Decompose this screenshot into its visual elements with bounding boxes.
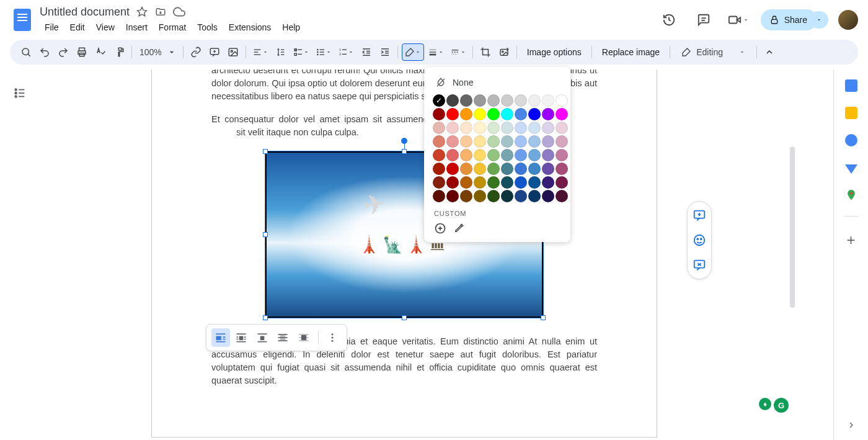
color-swatch[interactable]	[474, 135, 486, 148]
contacts-app-icon[interactable]	[845, 161, 857, 174]
resize-handle-bl[interactable]	[263, 315, 268, 320]
eyedropper-icon[interactable]	[453, 222, 465, 235]
paint-format-icon[interactable]	[110, 43, 128, 61]
color-swatch[interactable]	[474, 122, 486, 134]
redo-icon[interactable]	[55, 43, 72, 61]
wrap-text-button[interactable]	[232, 328, 251, 347]
color-swatch[interactable]	[501, 94, 513, 107]
color-swatch[interactable]	[515, 94, 527, 107]
color-swatch[interactable]	[460, 122, 472, 134]
color-swatch[interactable]	[542, 94, 554, 107]
color-swatch[interactable]	[528, 122, 541, 134]
color-swatch[interactable]	[433, 163, 445, 175]
color-swatch[interactable]	[556, 135, 568, 148]
color-swatch[interactable]	[460, 190, 472, 202]
color-swatch[interactable]	[433, 190, 445, 202]
resize-handle-t[interactable]	[402, 149, 407, 154]
star-icon[interactable]	[136, 6, 148, 18]
color-swatch[interactable]	[528, 108, 541, 120]
maps-app-icon[interactable]	[845, 189, 857, 201]
calendar-app-icon[interactable]	[845, 79, 857, 92]
wrap-inline-button[interactable]	[211, 328, 230, 347]
add-custom-color-icon[interactable]	[434, 222, 446, 235]
insert-comment-icon[interactable]	[206, 43, 223, 61]
color-swatch[interactable]	[528, 149, 541, 161]
color-swatch[interactable]	[515, 122, 527, 134]
line-spacing-dropdown[interactable]	[272, 43, 290, 61]
color-swatch[interactable]	[542, 122, 554, 134]
color-swatch[interactable]	[528, 176, 541, 189]
color-swatch[interactable]	[515, 108, 527, 120]
menu-help[interactable]: Help	[277, 20, 305, 35]
color-swatch[interactable]	[446, 122, 459, 134]
resize-handle-l[interactable]	[263, 232, 268, 237]
color-swatch[interactable]	[515, 163, 527, 175]
print-icon[interactable]	[73, 43, 91, 61]
color-swatch[interactable]	[556, 108, 568, 120]
scrollbar[interactable]	[790, 146, 795, 308]
keep-app-icon[interactable]	[845, 107, 857, 119]
color-none-option[interactable]: None	[433, 73, 562, 94]
color-swatch[interactable]	[528, 190, 541, 202]
increase-indent-icon[interactable]	[376, 43, 394, 61]
menu-file[interactable]: File	[40, 20, 64, 35]
color-swatch[interactable]	[501, 122, 513, 134]
menu-tools[interactable]: Tools	[192, 20, 223, 35]
docs-logo[interactable]	[10, 7, 35, 32]
decrease-indent-icon[interactable]	[358, 43, 375, 61]
color-swatch[interactable]	[501, 190, 513, 202]
color-swatch[interactable]	[433, 149, 445, 161]
color-swatch[interactable]	[501, 108, 513, 120]
color-swatch[interactable]	[487, 190, 500, 202]
color-swatch[interactable]	[487, 94, 500, 107]
wrap-front-button[interactable]	[294, 328, 313, 347]
color-swatch[interactable]	[542, 176, 554, 189]
comments-icon[interactable]	[691, 7, 716, 32]
color-swatch[interactable]	[446, 108, 459, 120]
color-swatch[interactable]	[460, 149, 472, 161]
color-swatch[interactable]: ✓	[433, 94, 445, 107]
color-swatch[interactable]	[556, 176, 568, 189]
color-swatch[interactable]	[542, 135, 554, 148]
color-swatch[interactable]	[474, 149, 486, 161]
document-title[interactable]: Untitled document	[40, 6, 130, 19]
cloud-status-icon[interactable]	[173, 6, 185, 18]
color-swatch[interactable]	[542, 149, 554, 161]
color-swatch[interactable]	[474, 94, 486, 107]
zoom-dropdown[interactable]: 100%	[136, 43, 179, 61]
border-weight-dropdown[interactable]	[425, 43, 446, 61]
color-swatch[interactable]	[487, 122, 500, 134]
resize-handle-br[interactable]	[541, 315, 546, 320]
menu-view[interactable]: View	[91, 20, 120, 35]
color-swatch[interactable]	[446, 163, 459, 175]
numbered-list-dropdown[interactable]: 12	[335, 43, 356, 61]
color-swatch[interactable]	[501, 176, 513, 189]
grammarly-icon[interactable]: G	[774, 398, 789, 413]
color-swatch[interactable]	[487, 149, 500, 161]
wrap-break-button[interactable]	[253, 328, 272, 347]
color-swatch[interactable]	[487, 135, 500, 148]
color-swatch[interactable]	[501, 135, 513, 148]
move-icon[interactable]	[154, 6, 167, 18]
outline-icon[interactable]	[9, 82, 31, 104]
color-swatch[interactable]	[474, 190, 486, 202]
account-avatar[interactable]	[838, 10, 858, 30]
color-swatch[interactable]	[528, 94, 541, 107]
menu-extensions[interactable]: Extensions	[224, 20, 276, 35]
badge-icon[interactable]: ♦	[759, 398, 771, 410]
color-swatch[interactable]	[446, 190, 459, 202]
border-color-dropdown[interactable]	[402, 43, 424, 61]
insert-image-icon[interactable]	[224, 43, 242, 61]
share-button[interactable]: Share	[761, 9, 817, 30]
color-swatch[interactable]	[556, 149, 568, 161]
color-swatch[interactable]	[474, 163, 486, 175]
color-swatch[interactable]	[542, 190, 554, 202]
color-swatch[interactable]	[460, 94, 472, 107]
add-apps-icon[interactable]: +	[846, 231, 855, 249]
color-swatch[interactable]	[446, 176, 459, 189]
color-swatch[interactable]	[433, 176, 445, 189]
reset-image-icon[interactable]	[495, 43, 513, 61]
color-swatch[interactable]	[446, 94, 459, 107]
menu-edit[interactable]: Edit	[65, 20, 90, 35]
spellcheck-icon[interactable]	[92, 43, 109, 61]
